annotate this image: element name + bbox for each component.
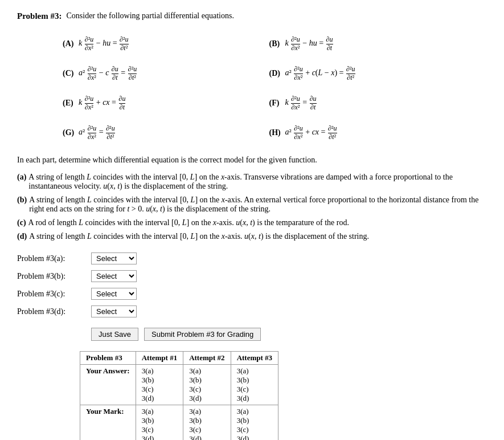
- equation-F: (F) k ∂²u∂x² = ∂u∂t: [269, 91, 453, 116]
- select-row-d: Problem #3(d): Select ABCD EFGH: [17, 305, 487, 317]
- row-label-answer: Your Answer:: [80, 365, 136, 405]
- mark-attempt2: 3(a)3(b)3(c)3(d): [183, 405, 231, 441]
- eq-math-D: a² ∂²u∂x² + c(L − x) = ∂²u∂t²: [285, 66, 356, 82]
- part-a-label: (a): [17, 173, 26, 182]
- eq-label-C: (C): [63, 69, 75, 78]
- part-c-text: A rod of length L coincides with the int…: [28, 218, 349, 227]
- eq-label-F: (F): [269, 99, 282, 108]
- part-b-text: A string of length L coincides with the …: [29, 195, 487, 214]
- buttons-row: Just Save Submit Problem #3 for Grading: [91, 328, 487, 341]
- problem-title: Problem #3:: [17, 11, 62, 21]
- eq-math-C: a² ∂²u∂x² − c ∂u∂t = ∂²u∂t²: [79, 66, 137, 82]
- table-row-your-answer: Your Answer: 3(a)3(b)3(c)3(d) 3(a)3(b)3(…: [80, 365, 278, 405]
- col-header-attempt1: Attempt #1: [136, 352, 183, 365]
- part-c: (c) A rod of length L coincides with the…: [17, 218, 487, 227]
- select-c[interactable]: Select ABCD EFGH: [91, 288, 137, 300]
- part-d: (d) A string of length L coincides with …: [17, 232, 487, 241]
- select-row-a: Problem #3(a): Select ABCD EFGH: [17, 252, 487, 264]
- select-label-d: Problem #3(d):: [17, 307, 91, 316]
- submit-button[interactable]: Submit Problem #3 for Grading: [144, 328, 261, 341]
- selects-section: Problem #3(a): Select ABCD EFGH Problem …: [17, 252, 487, 317]
- eq-math-E: k ∂²u∂x² + cx = ∂u∂t: [79, 95, 126, 111]
- part-a: (a) A string of length L coincides with …: [17, 173, 487, 191]
- problem-description: Consider the following partial different…: [66, 11, 233, 21]
- mark-attempt1: 3(a)3(b)3(c)3(d): [136, 405, 183, 441]
- just-save-button[interactable]: Just Save: [91, 328, 138, 341]
- part-d-label: (d): [17, 232, 27, 241]
- eq-math-A: k ∂²u∂x² − hu = ∂²u∂t²: [79, 36, 129, 52]
- eq-math-B: k ∂²u∂x² − hu = ∂u∂t: [285, 36, 334, 52]
- eq-label-E: (E): [63, 99, 75, 108]
- part-a-text: A string of length L coincides with the …: [28, 173, 487, 191]
- eq-math-H: a² ∂²u∂x² + cx = ∂²u∂t²: [285, 125, 338, 141]
- answer-attempt1: 3(a)3(b)3(c)3(d): [136, 365, 183, 405]
- mark-attempt3: 3(a)3(b)3(c)3(d): [231, 405, 278, 441]
- equation-G: (G) a² ∂²u∂x² = ∂²u∂t²: [63, 120, 247, 145]
- select-b[interactable]: Select ABCD EFGH: [91, 270, 137, 282]
- table-row-your-mark: Your Mark: 3(a)3(b)3(c)3(d) 3(a)3(b)3(c)…: [80, 405, 278, 441]
- select-row-b: Problem #3(b): Select ABCD EFGH: [17, 270, 487, 282]
- eq-math-G: a² ∂²u∂x² = ∂²u∂t²: [79, 125, 116, 141]
- select-row-c: Problem #3(c): Select ABCD EFGH: [17, 288, 487, 300]
- select-label-c: Problem #3(c):: [17, 290, 91, 299]
- equations-grid: (A) k ∂²u∂x² − hu = ∂²u∂t² (B) k ∂²u∂x² …: [63, 31, 453, 145]
- eq-math-F: k ∂²u∂x² = ∂u∂t: [285, 95, 317, 111]
- col-header-attempt2: Attempt #2: [183, 352, 231, 365]
- table-header-row: Problem #3 Attempt #1 Attempt #2 Attempt…: [80, 352, 278, 365]
- eq-label-B: (B): [269, 39, 282, 48]
- part-b: (b) A string of length L coincides with …: [17, 195, 487, 214]
- part-c-label: (c): [17, 218, 26, 227]
- instructions: In each part, determine which differenti…: [17, 156, 487, 165]
- equation-C: (C) a² ∂²u∂x² − c ∂u∂t = ∂²u∂t²: [63, 61, 247, 86]
- equation-H: (H) a² ∂²u∂x² + cx = ∂²u∂t²: [269, 120, 453, 145]
- equation-B: (B) k ∂²u∂x² − hu = ∂u∂t: [269, 31, 453, 56]
- select-a[interactable]: Select ABCD EFGH: [91, 252, 137, 264]
- row-label-mark: Your Mark:: [80, 405, 136, 441]
- parts-list: (a) A string of length L coincides with …: [17, 173, 487, 241]
- part-d-text: A string of length L coincides with the …: [29, 232, 369, 241]
- select-d[interactable]: Select ABCD EFGH: [91, 305, 137, 317]
- equation-A: (A) k ∂²u∂x² − hu = ∂²u∂t²: [63, 31, 247, 56]
- part-b-label: (b): [17, 195, 27, 205]
- problem-header: Problem #3: Consider the following parti…: [17, 11, 487, 21]
- eq-label-A: (A): [63, 39, 75, 48]
- eq-label-D: (D): [269, 69, 282, 78]
- equation-E: (E) k ∂²u∂x² + cx = ∂u∂t: [63, 91, 247, 116]
- answer-attempt2: 3(a)3(b)3(c)3(d): [183, 365, 231, 405]
- equation-D: (D) a² ∂²u∂x² + c(L − x) = ∂²u∂t²: [269, 61, 453, 86]
- eq-label-H: (H): [269, 128, 282, 137]
- select-label-a: Problem #3(a):: [17, 254, 91, 263]
- eq-label-G: (G): [63, 128, 75, 137]
- answer-attempt3: 3(a)3(b)3(c)3(d): [231, 365, 278, 405]
- col-header-problem: Problem #3: [80, 352, 136, 365]
- results-table: Problem #3 Attempt #1 Attempt #2 Attempt…: [80, 351, 278, 440]
- select-label-b: Problem #3(b):: [17, 272, 91, 281]
- col-header-attempt3: Attempt #3: [231, 352, 278, 365]
